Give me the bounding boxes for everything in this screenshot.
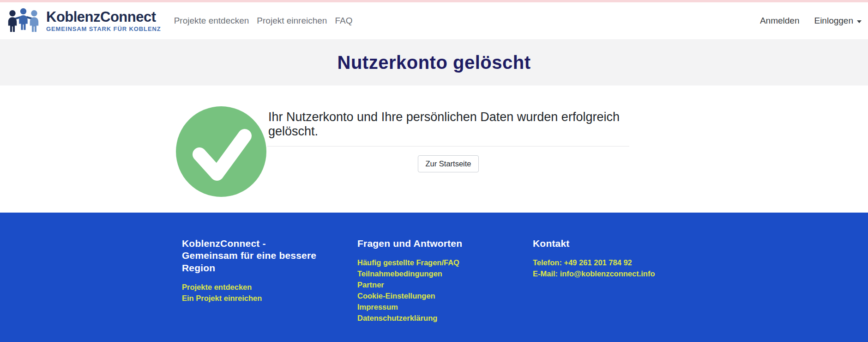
footer-heading-brand: KoblenzConnect - Gemeinsam für eine bess…	[182, 238, 320, 274]
confirmation-message: Ihr Nutzerkonto und Ihre persönlichen Da…	[268, 110, 629, 139]
check-circle-icon	[176, 106, 266, 197]
footer-link-email[interactable]: E-Mail: info@koblenzconnect.info	[533, 268, 686, 279]
main-content: Ihr Nutzerkonto und Ihre persönlichen Da…	[0, 86, 868, 213]
footer-link-partner[interactable]: Partner	[357, 279, 511, 290]
brand-tagline: GEMEINSAM STARK FÜR KOBLENZ	[46, 25, 161, 32]
navbar: KoblenzConnect GEMEINSAM STARK FÜR KOBLE…	[0, 2, 868, 39]
einloggen-dropdown[interactable]: Einloggen	[814, 16, 862, 26]
main-nav: Projekte entdecken Projekt einreichen FA…	[174, 16, 353, 26]
footer-link-teilnahmebedingungen[interactable]: Teilnahmebedingungen	[357, 268, 511, 279]
footer-link-haeufige-fragen[interactable]: Häufig gestellte Fragen/FAQ	[357, 257, 511, 268]
brand-link[interactable]: KoblenzConnect GEMEINSAM STARK FÜR KOBLE…	[7, 8, 161, 34]
footer-link-impressum[interactable]: Impressum	[357, 301, 511, 312]
people-group-icon	[7, 8, 42, 34]
footer-link-telefon[interactable]: Telefon: +49 261 201 784 92	[533, 257, 686, 268]
zur-startseite-button[interactable]: Zur Startseite	[418, 155, 478, 172]
footer-link-projekte-entdecken[interactable]: Projekte entdecken	[182, 281, 335, 293]
footer-column-faq: Fragen und Antworten Häufig gestellte Fr…	[346, 238, 522, 324]
footer-link-projekt-einreichen[interactable]: Ein Projekt einreichen	[182, 293, 335, 304]
divider	[267, 146, 629, 147]
footer-column-brand: KoblenzConnect - Gemeinsam für eine bess…	[171, 238, 346, 324]
caret-down-icon	[857, 20, 862, 23]
brand-name: KoblenzConnect	[46, 10, 161, 24]
anmelden-link[interactable]: Anmelden	[760, 16, 800, 26]
footer-link-datenschutzerklaerung[interactable]: Datenschutzerklärung	[357, 312, 511, 324]
einloggen-label: Einloggen	[814, 16, 853, 26]
confirmation-panel: Ihr Nutzerkonto und Ihre persönlichen Da…	[267, 106, 629, 197]
footer-heading-faq: Fragen und Antworten	[357, 238, 496, 250]
nav-link-projekt-einreichen[interactable]: Projekt einreichen	[257, 16, 327, 26]
page-title: Nutzerkonto gelöscht	[338, 52, 531, 73]
navbar-right: Anmelden Einloggen	[760, 16, 862, 26]
footer-link-cookie-einstellungen[interactable]: Cookie-Einstellungen	[357, 290, 511, 301]
footer: KoblenzConnect - Gemeinsam für eine bess…	[0, 213, 868, 342]
nav-link-projekte-entdecken[interactable]: Projekte entdecken	[174, 16, 249, 26]
footer-column-kontakt: Kontakt Telefon: +49 261 201 784 92 E-Ma…	[522, 238, 697, 324]
footer-heading-kontakt: Kontakt	[533, 238, 671, 250]
nav-link-faq[interactable]: FAQ	[335, 16, 352, 26]
page-title-band: Nutzerkonto gelöscht	[0, 39, 868, 86]
